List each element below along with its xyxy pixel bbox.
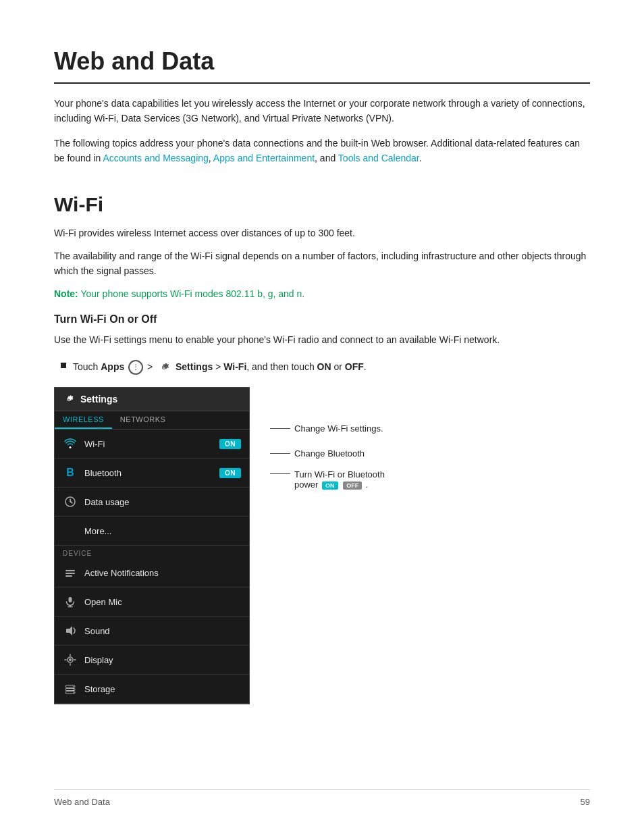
wifi-section-title: Wi-Fi xyxy=(54,193,590,216)
screenshot-sound-label: Sound xyxy=(84,626,241,636)
screenshot-more-row[interactable]: More... xyxy=(55,517,249,546)
bullet-marker xyxy=(61,363,66,368)
sound-row-icon xyxy=(63,623,78,638)
screenshot-section: Settings WIRELESS NETWORKS Wi-Fi ON B xyxy=(54,387,590,704)
annotation-1: Change Wi-Fi settings. xyxy=(270,423,385,434)
footer-page-number: 59 xyxy=(581,797,590,807)
svg-rect-2 xyxy=(65,573,75,574)
intro-para1: Your phone's data capabilities let you w… xyxy=(54,96,590,126)
screenshot-storage-label: Storage xyxy=(84,684,241,694)
screenshot-mic-label: Open Mic xyxy=(84,597,241,607)
svg-point-9 xyxy=(69,658,72,661)
wifi-instruction: Use the Wi-Fi settings menu to enable yo… xyxy=(54,332,590,347)
mic-row-icon xyxy=(63,594,78,609)
tab-networks[interactable]: NETWORKS xyxy=(112,411,174,429)
link-tools-calendar[interactable]: Tools and Calendar xyxy=(338,153,419,163)
bluetooth-icon: B xyxy=(66,467,74,479)
svg-point-17 xyxy=(73,686,74,687)
screenshot-more-label: More... xyxy=(84,526,241,536)
link-apps-entertainment[interactable]: Apps and Entertainment xyxy=(213,153,315,163)
annotation-3: Turn Wi-Fi or Bluetooth power ON OFF . xyxy=(270,469,385,490)
settings-icon-inline xyxy=(157,360,171,375)
wifi-bullet: Touch Apps ⋮ > Settings > Wi-Fi, and the… xyxy=(61,359,590,375)
data-row-icon xyxy=(63,494,78,509)
ann1-connector xyxy=(270,428,290,429)
screenshot-wifi-row[interactable]: Wi-Fi ON xyxy=(55,429,249,459)
page-title: Web and Data xyxy=(54,47,590,76)
notifications-row-icon xyxy=(63,565,78,580)
ann3-line2: power ON OFF . xyxy=(294,479,385,490)
screenshot-notifications-label: Active Notifications xyxy=(84,568,241,578)
svg-point-18 xyxy=(73,689,74,691)
screenshot-settings-gear-icon xyxy=(63,393,75,405)
screenshot-display-row[interactable]: Display xyxy=(55,646,249,675)
bluetooth-toggle-on[interactable]: ON xyxy=(219,468,241,478)
wifi-para1: Wi-Fi provides wireless Internet access … xyxy=(54,226,590,240)
ann3-line1: Turn Wi-Fi or Bluetooth xyxy=(294,469,385,479)
annotations-area: Change Wi-Fi settings. Change Bluetooth … xyxy=(270,387,385,490)
screenshot-bluetooth-row[interactable]: B Bluetooth ON xyxy=(55,459,249,488)
svg-point-19 xyxy=(73,692,74,694)
screenshot-storage-row[interactable]: Storage xyxy=(55,675,249,704)
wifi-note: Note: Your phone supports Wi-Fi modes 80… xyxy=(54,287,590,301)
wifi-para2: The availability and range of the Wi-Fi … xyxy=(54,249,590,279)
screenshot-tabs: WIRELESS NETWORKS xyxy=(55,411,249,429)
bullet-content: Touch Apps ⋮ > Settings > Wi-Fi, and the… xyxy=(73,359,367,375)
screenshot-header: Settings xyxy=(55,388,249,411)
annotation-2: Change Bluetooth xyxy=(270,448,385,459)
ann3-badge-on: ON xyxy=(322,481,338,490)
ann1-text: Change Wi-Fi settings. xyxy=(294,423,383,434)
screenshot-wifi-label: Wi-Fi xyxy=(84,439,213,449)
screenshot-bluetooth-label: Bluetooth xyxy=(84,468,213,478)
page-footer: Web and Data 59 xyxy=(54,789,590,807)
link-accounts-messaging[interactable]: Accounts and Messaging xyxy=(103,153,208,163)
wifi-row-icon xyxy=(63,436,78,451)
svg-marker-7 xyxy=(66,626,72,635)
screenshot-data-label: Data usage xyxy=(84,497,241,507)
screenshot-settings-title: Settings xyxy=(80,394,117,405)
tab-wireless[interactable]: WIRELESS xyxy=(55,411,112,429)
screenshot-notifications-row[interactable]: Active Notifications xyxy=(55,558,249,588)
ann3-badge-off: OFF xyxy=(343,481,362,490)
ann3-content: Turn Wi-Fi or Bluetooth power ON OFF . xyxy=(294,469,385,490)
phone-screenshot: Settings WIRELESS NETWORKS Wi-Fi ON B xyxy=(54,387,250,704)
footer-left-text: Web and Data xyxy=(54,797,110,807)
storage-row-icon xyxy=(63,681,78,696)
screenshot-sound-row[interactable]: Sound xyxy=(55,617,249,646)
svg-rect-1 xyxy=(65,570,75,571)
apps-icon: ⋮ xyxy=(128,360,143,375)
ann3-connector xyxy=(270,473,290,474)
screenshot-data-row[interactable]: Data usage xyxy=(55,488,249,517)
wifi-toggle-on[interactable]: ON xyxy=(219,439,241,449)
display-row-icon xyxy=(63,652,78,667)
turn-wifi-subtitle: Turn Wi-Fi On or Off xyxy=(54,313,590,325)
intro-para2: The following topics address your phone'… xyxy=(54,136,590,166)
screenshot-display-label: Display xyxy=(84,655,241,665)
ann2-connector xyxy=(270,453,290,454)
bluetooth-row-icon: B xyxy=(63,465,78,480)
screenshot-mic-row[interactable]: Open Mic xyxy=(55,588,249,617)
svg-rect-3 xyxy=(65,575,72,577)
svg-rect-4 xyxy=(69,597,72,602)
more-row-icon xyxy=(63,523,78,538)
title-divider xyxy=(54,82,590,84)
screenshot-device-label: DEVICE xyxy=(55,546,249,558)
ann2-text: Change Bluetooth xyxy=(294,448,365,459)
